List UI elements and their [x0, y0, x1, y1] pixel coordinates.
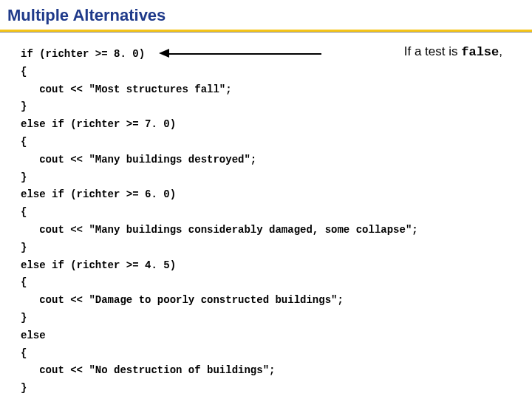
code-line: } [21, 312, 27, 324]
code-line: } [21, 171, 27, 183]
code-line: { [21, 66, 27, 78]
code-line: else if (richter >= 7. 0) [21, 118, 176, 130]
arrow-head-icon [159, 49, 169, 58]
code-line: if (richter >= 8. 0) [21, 48, 145, 60]
slide: Multiple Alternatives if (richter >= 8. … [0, 0, 532, 399]
arrow-pointer [159, 50, 321, 58]
code-block: if (richter >= 8. 0) { cout << "Most str… [0, 33, 532, 399]
code-line: { [21, 206, 27, 218]
code-line: { [21, 136, 27, 148]
code-line: cout << "Many buildings considerably dam… [21, 224, 418, 236]
arrow-line [166, 53, 321, 55]
code-line: } [21, 100, 27, 112]
code-line: } [21, 382, 27, 394]
code-line: else [21, 330, 46, 341]
code-line: { [21, 347, 27, 359]
slide-title: Multiple Alternatives [0, 0, 532, 30]
code-line: cout << "Many buildings destroyed"; [21, 154, 256, 166]
annotation-suffix: , [499, 44, 502, 58]
code-line: cout << "No destruction of buildings"; [21, 364, 275, 376]
code-line: else if (richter >= 4. 5) [21, 259, 176, 271]
code-line: } [21, 242, 27, 253]
code-line: cout << "Damage to poorly constructed bu… [21, 294, 344, 306]
code-line: cout << "Most structures fall"; [21, 83, 232, 95]
annotation-mono: false [461, 45, 499, 59]
code-line: else if (richter >= 6. 0) [21, 188, 176, 200]
code-line: { [21, 276, 27, 288]
annotation-prefix: If a test is [404, 44, 461, 58]
annotation: If a test is false, [404, 44, 502, 59]
